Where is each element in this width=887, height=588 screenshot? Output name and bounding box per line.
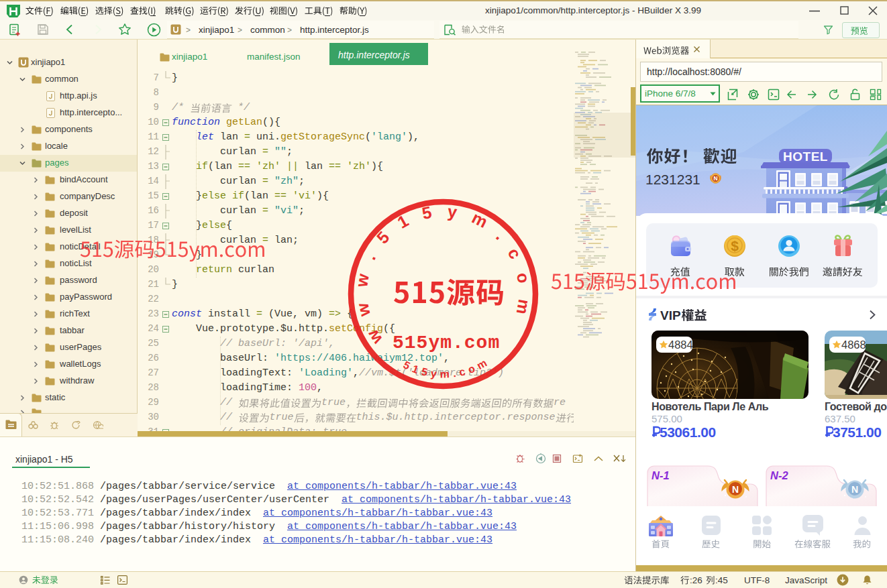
svg-text:5 1 5 y m . c o m: 5 1 5 y m . c o m (401, 357, 488, 379)
